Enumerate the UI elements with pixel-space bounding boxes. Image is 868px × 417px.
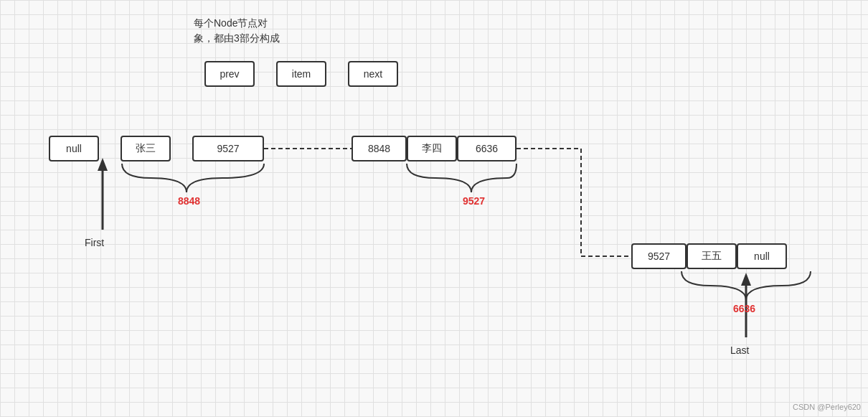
top-item-box: item [276,61,326,87]
node3-next-box: null [737,243,787,269]
node2-item-box: 李四 [407,136,457,161]
node2-next-box: 6636 [457,136,516,161]
node1-prev-box: null [49,136,99,161]
description: 每个Node节点对 象，都由3部分构成 [194,16,280,46]
pointer1-label: 8848 [178,195,200,207]
top-prev-box: prev [204,61,255,87]
node1-item-box: 张三 [121,136,171,161]
last-label: Last [730,345,749,356]
watermark: CSDN @Perley620 [793,403,861,411]
pointer2-label: 9527 [463,195,485,207]
top-next-box: next [348,61,398,87]
node3-item-box: 王五 [687,243,737,269]
svg-marker-7 [741,273,751,286]
svg-marker-5 [98,158,108,171]
pointer3-label: 6636 [733,303,755,314]
first-label: First [85,237,104,248]
node2-prev-box: 8848 [352,136,407,161]
node3-prev-box: 9527 [631,243,687,269]
node1-next-box: 9527 [192,136,264,161]
